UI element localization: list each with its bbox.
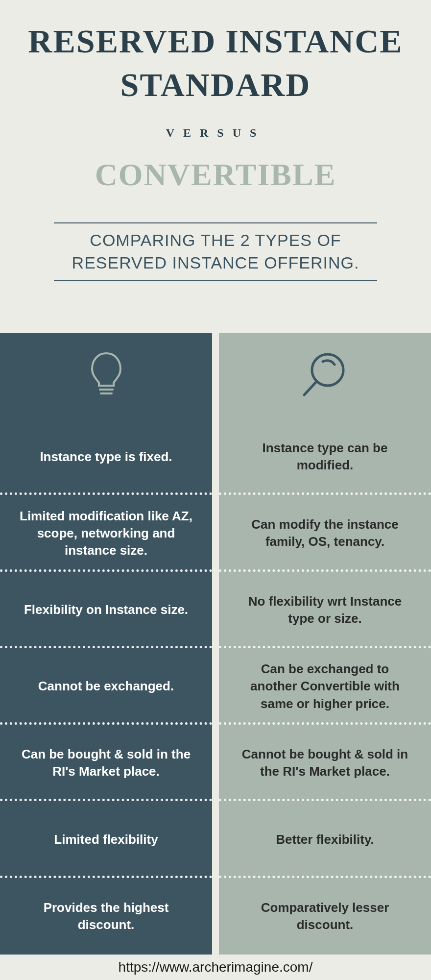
convertible-row: No flexibility wrt Instance type or size… — [219, 572, 431, 648]
footer-url: https://www.archerimagine.com/ — [119, 959, 313, 975]
title-line-1: RESERVED INSTANCE — [20, 22, 411, 61]
convertible-row: Cannot be bought & sold in the RI's Mark… — [219, 725, 431, 801]
versus-label: VERSUS — [20, 126, 411, 140]
convertible-row: Comparatively lesser discount. — [219, 878, 431, 955]
convertible-row: Better flexibility. — [219, 801, 431, 878]
standard-row: Flexibility on Instance size. — [0, 572, 212, 648]
title-line-3: CONVERTIBLE — [20, 157, 411, 193]
convertible-icon-area — [219, 333, 431, 416]
title-line-2: STANDARD — [20, 66, 411, 104]
convertible-row: Can modify the instance family, OS, tena… — [219, 495, 431, 571]
convertible-row: Instance type can be modified. — [219, 418, 431, 495]
svg-point-2 — [312, 354, 343, 386]
subtitle-container: COMPARING THE 2 TYPES OF RESERVED INSTAN… — [54, 222, 377, 281]
footer: https://www.archerimagine.com/ — [0, 955, 431, 980]
standard-row: Limited modification like AZ, scope, net… — [0, 495, 212, 571]
standard-row: Limited flexibility — [0, 801, 212, 878]
lightbulb-icon — [89, 350, 123, 399]
standard-row: Can be bought & sold in the RI's Market … — [0, 725, 212, 801]
subtitle: COMPARING THE 2 TYPES OF RESERVED INSTAN… — [64, 229, 367, 274]
standard-row: Instance type is fixed. — [0, 418, 212, 495]
comparison-table: Instance type is fixed. Limited modifica… — [0, 333, 431, 955]
header: RESERVED INSTANCE STANDARD VERSUS CONVER… — [0, 0, 431, 306]
convertible-row: Can be exchanged to another Convertible … — [219, 648, 431, 725]
convertible-column: Instance type can be modified. Can modif… — [219, 333, 431, 955]
standard-column: Instance type is fixed. Limited modifica… — [0, 333, 212, 955]
standard-row: Provides the highest discount. — [0, 878, 212, 955]
svg-line-3 — [304, 382, 316, 395]
standard-row: Cannot be exchanged. — [0, 648, 212, 725]
standard-icon-area — [0, 333, 212, 416]
magnifier-icon — [298, 348, 352, 402]
